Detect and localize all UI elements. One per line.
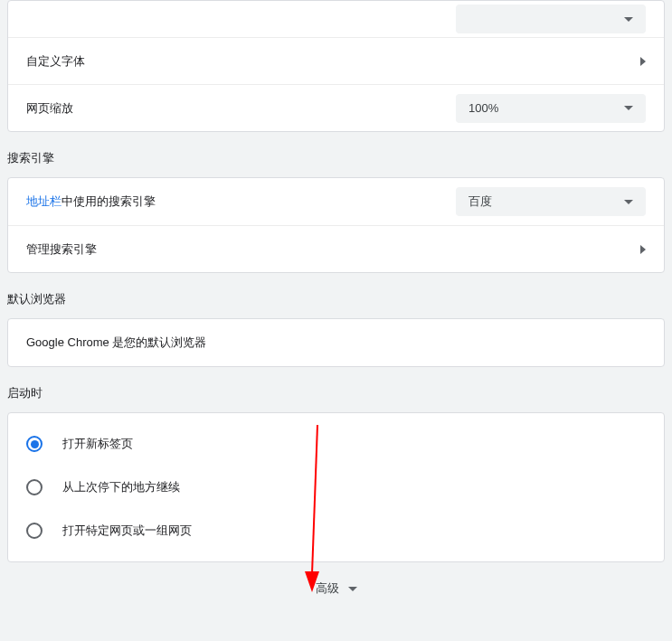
manage-search-engines-row[interactable]: 管理搜索引擎: [8, 225, 664, 272]
address-bar-suffix: 中使用的搜索引擎: [62, 193, 156, 210]
advanced-toggle[interactable]: 高级: [0, 562, 672, 618]
chevron-down-icon: [624, 17, 633, 22]
on-startup-section-title: 启动时: [0, 367, 672, 412]
chevron-down-icon: [624, 200, 633, 204]
chevron-down-icon: [348, 587, 357, 591]
customize-fonts-label: 自定义字体: [26, 53, 85, 70]
default-browser-status-row: Google Chrome 是您的默认浏览器: [8, 319, 664, 366]
advanced-label: 高级: [316, 580, 339, 597]
page-zoom-value: 100%: [469, 101, 498, 115]
default-browser-section-title: 默认浏览器: [0, 273, 672, 318]
chevron-down-icon: [624, 106, 633, 110]
search-engine-value: 百度: [469, 193, 492, 210]
startup-option-label: 从上次停下的地方继续: [62, 479, 180, 495]
radio-unselected-icon: [26, 479, 43, 495]
manage-search-engines-label: 管理搜索引擎: [26, 241, 97, 258]
address-bar-link[interactable]: 地址栏: [26, 193, 62, 210]
default-browser-status: Google Chrome 是您的默认浏览器: [26, 335, 206, 351]
startup-option-specific-pages[interactable]: 打开特定网页或一组网页: [8, 509, 664, 552]
radio-selected-icon: [26, 436, 43, 452]
startup-option-new-tab[interactable]: 打开新标签页: [8, 422, 664, 466]
customize-fonts-row[interactable]: 自定义字体: [8, 37, 664, 84]
page-zoom-label: 网页缩放: [26, 100, 73, 117]
page-zoom-row: 网页缩放 100%: [8, 84, 664, 131]
address-bar-search-row: 地址栏中使用的搜索引擎 百度: [8, 178, 664, 225]
startup-option-label: 打开新标签页: [62, 436, 133, 452]
startup-option-label: 打开特定网页或一组网页: [62, 523, 192, 539]
page-zoom-select[interactable]: 100%: [456, 94, 646, 123]
radio-unselected-icon: [26, 523, 43, 539]
startup-option-continue[interactable]: 从上次停下的地方继续: [8, 466, 664, 509]
chevron-right-icon: [640, 57, 646, 66]
font-size-select[interactable]: [456, 5, 646, 33]
search-engine-select[interactable]: 百度: [456, 187, 646, 216]
search-engine-section-title: 搜索引擎: [0, 132, 672, 177]
chevron-right-icon: [640, 245, 646, 254]
